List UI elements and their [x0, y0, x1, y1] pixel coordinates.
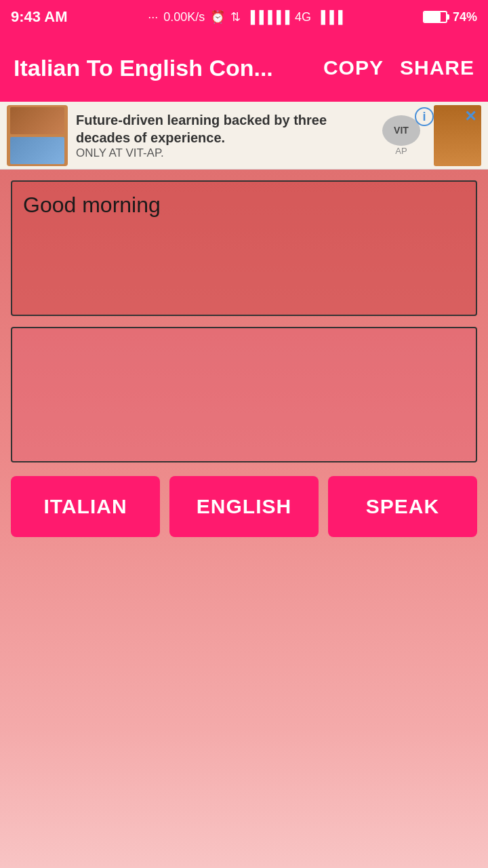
- alarm-icon: ⏰: [210, 9, 225, 24]
- ad-brand: VIT: [394, 125, 409, 136]
- share-button[interactable]: SHARE: [400, 56, 474, 79]
- status-center: ··· 0.00K/s ⏰ ⇅ ▐▐▐▐▐ 4G ▐▐▐: [148, 9, 342, 24]
- signal-icon2: ▐▐▐: [317, 10, 342, 24]
- status-right: 74%: [423, 10, 477, 24]
- main-content: Good morning ITALIAN ENGLISH SPEAK: [0, 170, 488, 868]
- ad-banner: Future-driven learning backed by three d…: [0, 102, 488, 170]
- english-output-box: [11, 327, 477, 462]
- italian-input-text: Good morning: [23, 193, 161, 217]
- ad-info-button[interactable]: i: [415, 107, 434, 126]
- ad-sub-text: ONLY AT VIT-AP.: [76, 146, 374, 160]
- ad-text: Future-driven learning backed by three d…: [76, 111, 374, 160]
- action-buttons: ITALIAN ENGLISH SPEAK: [11, 476, 477, 537]
- status-time: 9:43 AM: [11, 8, 68, 26]
- toolbar: Italian To English Con... COPY SHARE: [0, 34, 488, 102]
- ad-image-left: [7, 105, 68, 166]
- italian-input-box[interactable]: Good morning: [11, 180, 477, 316]
- status-bar: 9:43 AM ··· 0.00K/s ⏰ ⇅ ▐▐▐▐▐ 4G ▐▐▐ 74%: [0, 0, 488, 34]
- speak-button[interactable]: SPEAK: [328, 476, 477, 537]
- toolbar-actions: COPY SHARE: [323, 56, 474, 79]
- signal-icon: ▐▐▐▐▐: [246, 10, 289, 24]
- copy-button[interactable]: COPY: [323, 56, 384, 79]
- italian-button[interactable]: ITALIAN: [11, 476, 160, 537]
- battery-icon: [423, 11, 447, 23]
- dots-icon: ···: [148, 10, 158, 24]
- ad-close-button[interactable]: ✕: [461, 107, 480, 126]
- arrows-icon: ⇅: [230, 9, 241, 24]
- battery-percent: 74%: [453, 10, 477, 24]
- english-button[interactable]: ENGLISH: [169, 476, 319, 537]
- network-speed: 0.00K/s: [163, 10, 205, 24]
- ad-brand-suffix: AP: [395, 146, 407, 156]
- ad-main-text: Future-driven learning backed by three d…: [76, 111, 374, 146]
- app-title: Italian To English Con...: [14, 55, 323, 81]
- network-type: 4G: [295, 10, 311, 24]
